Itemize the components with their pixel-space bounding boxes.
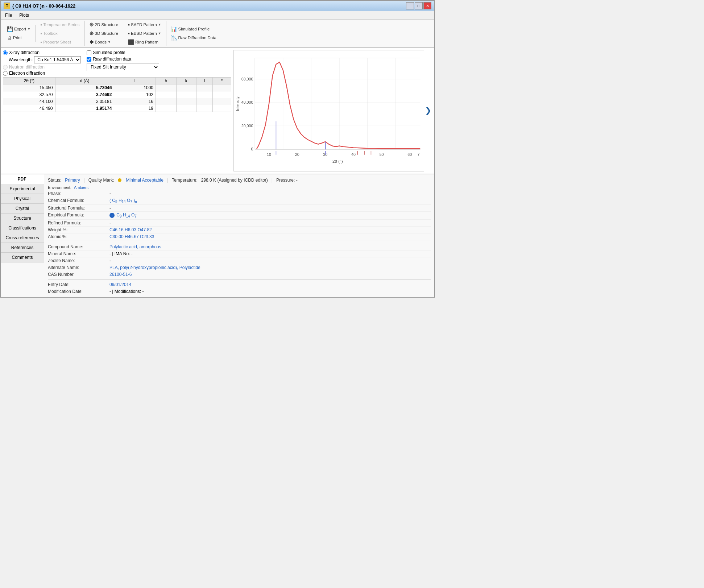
close-button[interactable]: ✕ <box>423 2 431 9</box>
raw-icon: 📉 <box>171 35 177 41</box>
sidebar-item-classifications[interactable]: Classifications <box>1 223 44 233</box>
cell-star <box>212 84 231 91</box>
ebsd-arrow: ▼ <box>158 32 161 35</box>
toolbar-row-print: 🖨 Print <box>4 34 33 42</box>
saed-icon: ▪ <box>128 22 130 28</box>
table-row: 44.100 2.05181 16 <box>3 98 231 105</box>
bonds-button[interactable]: ✱ Bonds ▼ <box>87 38 114 46</box>
status-label: Status: <box>48 178 61 183</box>
table-row: 32.570 2.74692 102 <box>3 91 231 98</box>
svg-text:7: 7 <box>417 152 419 157</box>
col-header-I: I <box>114 78 156 84</box>
electron-radio[interactable] <box>3 71 8 76</box>
print-button[interactable]: 🖨 Print <box>4 34 24 42</box>
property-sheet-button[interactable]: ▪ Property Sheet <box>38 38 74 46</box>
toolbox-label: Toolbox <box>43 31 58 36</box>
cell-h <box>156 84 176 91</box>
sidebar-item-structure[interactable]: Structure <box>1 214 44 223</box>
3d-structure-button[interactable]: ❋ 3D Structure <box>87 29 121 37</box>
environment-row: Environment: Ambient <box>48 185 431 190</box>
sidebar-item-comments[interactable]: Comments <box>1 253 44 262</box>
neutron-radio[interactable] <box>3 65 8 70</box>
toolbar-section-file: 💾 Export ▼ 🖨 Print <box>2 25 36 42</box>
entry-date-label: Entry Date: <box>48 282 109 287</box>
sidebar-item-experimental[interactable]: Experimental <box>1 184 44 194</box>
cell-2theta: 46.490 <box>3 105 55 112</box>
raw-label: Raw Diffraction Data <box>178 36 216 40</box>
upper-panel: X-ray diffraction Wavelength: Cu Kα1 1.5… <box>1 48 434 174</box>
svg-text:Intensity: Intensity <box>235 96 240 111</box>
2d-structure-button[interactable]: ❊ 2D Structure <box>87 21 121 29</box>
diffraction-table: 2θ (°) d (Å) I h k l * 15.450 5.73046 <box>3 77 231 112</box>
xray-radio[interactable] <box>3 50 8 55</box>
menu-plots[interactable]: Plots <box>16 12 32 18</box>
cell-h <box>156 105 176 112</box>
neutron-radio-label[interactable]: Neutron diffraction <box>3 65 81 70</box>
xray-radio-label[interactable]: X-ray diffraction <box>3 50 81 55</box>
atomic-pct-value: C30.00 H46.67 O23.33 <box>109 234 154 239</box>
toolbar-row-temp: ▪ Temperature Series <box>38 21 82 29</box>
cell-d: 2.74692 <box>55 91 114 98</box>
main-window: 🗒 ( C9 H14 O7 )n - 00-064-1622 ─ □ ✕ Fil… <box>0 0 435 298</box>
simulated-profile-check-label[interactable]: Simulated profile <box>87 50 159 55</box>
minimize-button[interactable]: ─ <box>406 2 414 9</box>
saed-button[interactable]: ▪ SAED Pattern ▼ <box>125 21 163 29</box>
sim-label: Simulated Profile <box>178 27 210 31</box>
sidebar-item-cross-references[interactable]: Cross-references <box>1 233 44 243</box>
wavelength-select[interactable]: Cu Kα1 1.54056 Å <box>34 56 81 63</box>
3d-icon: ❋ <box>90 30 94 36</box>
chart-nav-arrow[interactable]: ❯ <box>424 50 432 171</box>
toolbox-button[interactable]: ▪ Toolbox <box>38 29 60 37</box>
cas-number-label: CAS Number: <box>48 272 109 277</box>
ring-button[interactable]: ⬛ Ring Pattern <box>125 38 161 46</box>
toolbar: 💾 Export ▼ 🖨 Print ▪ Temperature Series <box>1 20 434 48</box>
toolbar-row-3d: ❋ 3D Structure <box>87 29 121 37</box>
intensity-select[interactable]: Fixed Slit Intensity Variable Slit Inten… <box>87 63 159 71</box>
sidebar-item-crystal[interactable]: Crystal <box>1 204 44 214</box>
cell-k <box>176 98 196 105</box>
raw-data-button[interactable]: 📉 Raw Diffraction Data <box>169 34 219 42</box>
toolbar-row-toolbox: ▪ Toolbox <box>38 29 82 37</box>
raw-data-check-text: Raw diffraction data <box>93 57 131 62</box>
svg-text:0: 0 <box>251 147 253 151</box>
neutron-label: Neutron diffraction <box>9 65 45 70</box>
electron-radio-label[interactable]: Electron diffraction <box>3 71 81 76</box>
menu-file[interactable]: File <box>2 12 15 18</box>
cell-l <box>196 91 212 98</box>
main-content: X-ray diffraction Wavelength: Cu Kα1 1.5… <box>1 48 434 297</box>
export-label: Export <box>14 27 26 31</box>
prop-mineral-name: Mineral Name: - | IMA No: - <box>48 250 431 257</box>
cell-k <box>176 91 196 98</box>
diffraction-type-col: X-ray diffraction Wavelength: Cu Kα1 1.5… <box>3 50 81 76</box>
cell-I: 102 <box>114 91 156 98</box>
toolbar-row-export: 💾 Export ▼ <box>4 25 33 33</box>
info-icon: i <box>109 213 115 218</box>
prop-empirical-formula: Empirical Formula: i C9 H14 O7 <box>48 212 431 219</box>
export-button[interactable]: 💾 Export ▼ <box>4 25 33 33</box>
sidebar-item-pdf[interactable]: PDF <box>1 174 44 184</box>
bonds-label: Bonds <box>95 40 107 44</box>
mineral-name-value: - | IMA No: - <box>109 251 133 256</box>
toolbar-row-property: ▪ Property Sheet <box>38 38 82 46</box>
simulated-profile-button[interactable]: 📊 Simulated Profile <box>169 25 212 33</box>
temperature-series-button[interactable]: ▪ Temperature Series <box>38 21 82 29</box>
cell-2theta: 15.450 <box>3 84 55 91</box>
status-value: Primary <box>65 178 80 183</box>
sidebar-item-physical[interactable]: Physical <box>1 194 44 204</box>
structural-formula-label: Structural Formula: <box>48 206 109 211</box>
maximize-button[interactable]: □ <box>415 2 423 9</box>
toolbox-icon: ▪ <box>40 30 42 36</box>
sidebar-item-references[interactable]: References <box>1 243 44 253</box>
raw-data-check-label[interactable]: Raw diffraction data <box>87 57 159 62</box>
simulated-profile-checkbox[interactable] <box>87 50 91 55</box>
ebsd-button[interactable]: ▪ EBSD Pattern ▼ <box>125 29 163 37</box>
simulated-profile-check-text: Simulated profile <box>93 50 125 55</box>
print-icon: 🖨 <box>7 35 12 41</box>
chemical-formula-label: Chemical Formula: <box>48 198 109 203</box>
environment-value: Ambient <box>74 185 88 190</box>
raw-data-checkbox[interactable] <box>87 57 91 62</box>
lower-panel: PDF Experimental Physical Crystal Struct… <box>1 174 434 297</box>
xray-label: X-ray diffraction <box>9 50 40 55</box>
prop-zeolite-name: Zeolite Name: - <box>48 257 431 264</box>
print-label: Print <box>13 36 22 40</box>
